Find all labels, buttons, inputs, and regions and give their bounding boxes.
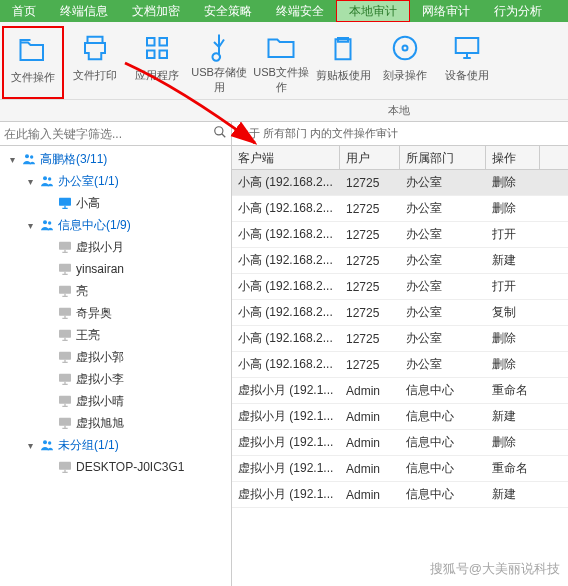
- svg-point-2: [30, 155, 33, 158]
- tree-item[interactable]: 亮: [0, 280, 231, 302]
- table-row[interactable]: 小高 (192.168.2...12725办公室打开: [232, 274, 568, 300]
- nav-tab[interactable]: 文档加密: [120, 0, 192, 22]
- table-cell: 信息中心: [400, 382, 486, 399]
- svg-rect-15: [59, 396, 71, 404]
- tree-item[interactable]: ▾未分组(1/1): [0, 434, 231, 456]
- table-cell: 删除: [486, 330, 540, 347]
- tree-item[interactable]: 虚拟小月: [0, 236, 231, 258]
- table-row[interactable]: 虚拟小月 (192.1...Admin信息中心重命名: [232, 378, 568, 404]
- table-cell: 重命名: [486, 382, 540, 399]
- table-row[interactable]: 虚拟小月 (192.1...Admin信息中心重命名: [232, 456, 568, 482]
- column-header[interactable]: 客户端: [232, 146, 340, 169]
- tree-item[interactable]: yinsairan: [0, 258, 231, 280]
- group-icon: [39, 217, 55, 233]
- table-row[interactable]: 虚拟小月 (192.1...Admin信息中心新建: [232, 482, 568, 508]
- nav-tab[interactable]: 本地审计: [336, 0, 410, 22]
- tree-item[interactable]: 虚拟旭旭: [0, 412, 231, 434]
- table-cell: 删除: [486, 200, 540, 217]
- svg-rect-13: [59, 352, 71, 360]
- clipboard-icon: [325, 30, 361, 66]
- nav-tab[interactable]: 行为分析: [482, 0, 554, 22]
- table-cell: 小高 (192.168.2...: [232, 252, 340, 269]
- table-row[interactable]: 虚拟小月 (192.1...Admin信息中心删除: [232, 430, 568, 456]
- ribbon-button[interactable]: USB存储使用: [188, 26, 250, 99]
- nav-tab[interactable]: 终端安全: [264, 0, 336, 22]
- svg-point-3: [43, 176, 47, 180]
- tree-label: 虚拟小郭: [76, 349, 124, 366]
- svg-rect-5: [59, 198, 71, 206]
- tree-item[interactable]: DESKTOP-J0IC3G1: [0, 456, 231, 478]
- content-header: 位于 所有部门 内的文件操作审计: [232, 122, 568, 146]
- tree-item[interactable]: 奇异奥: [0, 302, 231, 324]
- table-row[interactable]: 小高 (192.168.2...12725办公室新建: [232, 248, 568, 274]
- tree-label: 虚拟小月: [76, 239, 124, 256]
- table-row[interactable]: 小高 (192.168.2...12725办公室删除: [232, 170, 568, 196]
- table-cell: 虚拟小月 (192.1...: [232, 434, 340, 451]
- table-cell: 小高 (192.168.2...: [232, 304, 340, 321]
- table-cell: 信息中心: [400, 434, 486, 451]
- monitor-icon: [449, 30, 485, 66]
- pc-icon: [57, 371, 73, 387]
- tree-item[interactable]: 虚拟小李: [0, 368, 231, 390]
- ribbon-button[interactable]: 文件打印: [64, 26, 126, 99]
- nav-tab[interactable]: 网络审计: [410, 0, 482, 22]
- svg-rect-8: [59, 242, 71, 250]
- tree-item[interactable]: 王亮: [0, 324, 231, 346]
- table-cell: 信息中心: [400, 486, 486, 503]
- table-cell: Admin: [340, 410, 400, 424]
- table-header: 客户端用户所属部门操作: [232, 146, 568, 170]
- nav-tab[interactable]: 首页: [0, 0, 48, 22]
- tree-toggle-icon[interactable]: ▾: [24, 440, 36, 451]
- ribbon-button[interactable]: 刻录操作: [374, 26, 436, 99]
- ribbon-button[interactable]: 应用程序: [126, 26, 188, 99]
- tree-toggle-icon[interactable]: ▾: [6, 154, 18, 165]
- tree-label: yinsairan: [76, 262, 124, 276]
- nav-tab[interactable]: 安全策略: [192, 0, 264, 22]
- table-cell: 办公室: [400, 278, 486, 295]
- table-row[interactable]: 小高 (192.168.2...12725办公室复制: [232, 300, 568, 326]
- table-cell: Admin: [340, 488, 400, 502]
- table-cell: 12725: [340, 228, 400, 242]
- folder-open-icon: [15, 32, 51, 68]
- table-row[interactable]: 虚拟小月 (192.1...Admin信息中心新建: [232, 404, 568, 430]
- table-cell: 删除: [486, 356, 540, 373]
- pc-icon: [57, 415, 73, 431]
- table-cell: 虚拟小月 (192.1...: [232, 460, 340, 477]
- ribbon-button[interactable]: 剪贴板使用: [312, 26, 374, 99]
- ribbon-button[interactable]: 设备使用: [436, 26, 498, 99]
- ribbon-button[interactable]: USB文件操作: [250, 26, 312, 99]
- table-row[interactable]: 小高 (192.168.2...12725办公室删除: [232, 326, 568, 352]
- search-icon[interactable]: [213, 125, 227, 142]
- search-input[interactable]: [4, 127, 213, 141]
- tree-item[interactable]: ▾办公室(1/1): [0, 170, 231, 192]
- svg-point-6: [43, 220, 47, 224]
- ribbon-toolbar: 文件操作文件打印应用程序USB存储使用USB文件操作剪贴板使用刻录操作设备使用: [0, 22, 568, 100]
- tree-item[interactable]: 虚拟小晴: [0, 390, 231, 412]
- table-row[interactable]: 小高 (192.168.2...12725办公室打开: [232, 222, 568, 248]
- nav-tab[interactable]: 终端信息: [48, 0, 120, 22]
- tree-item[interactable]: ▾高鹏格(3/11): [0, 148, 231, 170]
- pc-icon: [57, 283, 73, 299]
- column-header[interactable]: 所属部门: [400, 146, 486, 169]
- tree-item[interactable]: ▾信息中心(1/9): [0, 214, 231, 236]
- ribbon-label: 文件打印: [73, 68, 117, 83]
- column-header[interactable]: 操作: [486, 146, 540, 169]
- table-row[interactable]: 小高 (192.168.2...12725办公室删除: [232, 352, 568, 378]
- table-cell: 打开: [486, 226, 540, 243]
- tree-label: 奇异奥: [76, 305, 112, 322]
- table-cell: 办公室: [400, 226, 486, 243]
- table-cell: 信息中心: [400, 408, 486, 425]
- tree-toggle-icon[interactable]: ▾: [24, 176, 36, 187]
- table-cell: 小高 (192.168.2...: [232, 330, 340, 347]
- table-row[interactable]: 小高 (192.168.2...12725办公室删除: [232, 196, 568, 222]
- tree-item[interactable]: 虚拟小郭: [0, 346, 231, 368]
- ribbon-label: 文件操作: [11, 70, 55, 85]
- tree-item[interactable]: 小高: [0, 192, 231, 214]
- table-cell: 小高 (192.168.2...: [232, 174, 340, 191]
- disc-icon: [387, 30, 423, 66]
- column-header[interactable]: 用户: [340, 146, 400, 169]
- tree-toggle-icon[interactable]: ▾: [24, 220, 36, 231]
- tree-label: 小高: [76, 195, 100, 212]
- svg-rect-12: [59, 330, 71, 338]
- ribbon-button[interactable]: 文件操作: [2, 26, 64, 99]
